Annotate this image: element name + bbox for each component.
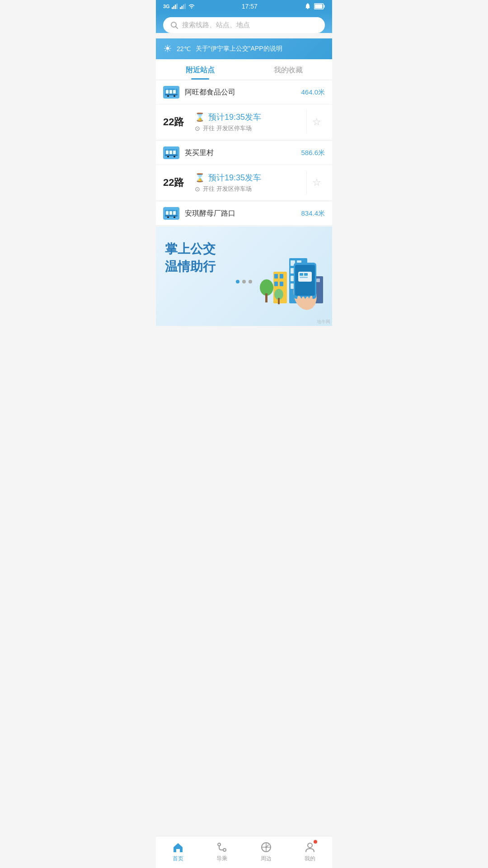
svg-rect-2	[175, 5, 176, 9]
carrier-label: 3G	[163, 4, 170, 9]
dot-2	[242, 280, 246, 283]
svg-rect-26	[169, 151, 172, 154]
notification-icon	[304, 3, 311, 10]
stop-section-1: 阿旺都食品公司 464.0米 22路 ⌛ 预计19:35发车 ⊙ 开往 开发区停…	[156, 80, 332, 140]
svg-rect-46	[280, 282, 283, 286]
svg-rect-10	[324, 5, 324, 8]
route-number-1: 22路	[163, 115, 195, 129]
favorite-button-2[interactable]: ☆	[309, 173, 325, 192]
svg-rect-31	[167, 156, 169, 157]
sun-icon: ☀	[163, 43, 172, 55]
route-row-2: 22路 ⌛ 预计19:35发车 ⊙ 开往 开发区停车场 ☆	[156, 165, 332, 201]
bus-stop-svg-1	[165, 88, 178, 97]
svg-rect-41	[174, 217, 175, 218]
svg-rect-37	[167, 209, 168, 211]
stop-header-1[interactable]: 阿旺都食品公司 464.0米	[156, 80, 332, 104]
route-time-1: 预计19:35发车	[208, 112, 261, 123]
svg-rect-60	[265, 293, 267, 302]
watermark: 地牛网	[317, 319, 330, 325]
search-placeholder: 搜索线路、站点、地点	[182, 21, 318, 29]
hourglass-icon-2: ⌛	[195, 173, 205, 183]
svg-rect-11	[314, 5, 322, 9]
bus-stop-icon-2	[163, 146, 179, 159]
banner-line2: 温情助行	[165, 258, 323, 275]
tab-nearby[interactable]: 附近站点	[156, 59, 244, 80]
status-time: 17:57	[242, 3, 258, 10]
svg-rect-39	[165, 215, 178, 217]
stop-distance-2: 586.6米	[301, 149, 325, 157]
svg-rect-38	[175, 209, 176, 211]
banner-text: 掌上公交 温情助行	[165, 240, 323, 275]
svg-rect-35	[169, 211, 172, 215]
weather-banner: ☀ 22℃ 关于"伊宁掌上公交"APP的说明	[156, 38, 332, 59]
bus-stop-icon-3	[163, 207, 179, 220]
hourglass-icon-1: ⌛	[195, 112, 205, 122]
bus-stop-icon-1	[163, 86, 179, 99]
route-divider-1	[306, 111, 307, 133]
svg-rect-19	[167, 88, 168, 90]
stop-distance-1: 464.0米	[301, 88, 325, 97]
stop-section-3: 安琪酵母厂路口 834.4米	[156, 202, 332, 226]
svg-rect-0	[172, 7, 173, 9]
svg-rect-21	[165, 94, 178, 95]
svg-rect-29	[175, 148, 176, 151]
svg-rect-30	[165, 155, 178, 156]
svg-rect-23	[174, 95, 175, 97]
signal2-icon	[180, 4, 186, 9]
search-bar[interactable]: 搜索线路、站点、地点	[163, 17, 325, 33]
svg-point-59	[260, 279, 273, 296]
banner-area: 掌上公交 温情助行	[156, 226, 332, 326]
battery-icon	[314, 3, 325, 9]
svg-rect-25	[166, 151, 169, 154]
location-button[interactable]	[309, 17, 325, 33]
route-direction-2: ⊙ 开往 开发区停车场	[195, 185, 305, 193]
svg-rect-45	[274, 282, 278, 286]
stop-distance-3: 834.4米	[301, 209, 325, 218]
direction-text-2: 开往 开发区停车场	[203, 185, 252, 193]
route-info-2: ⌛ 预计19:35发车 ⊙ 开往 开发区停车场	[195, 172, 305, 193]
dot-1	[236, 280, 239, 283]
search-icon	[170, 21, 178, 29]
svg-rect-3	[176, 4, 178, 9]
favorite-button-1[interactable]: ☆	[309, 113, 325, 132]
stop-name-2: 英买里村	[185, 148, 301, 158]
svg-rect-8	[307, 8, 308, 9]
weather-notice: 关于"伊宁掌上公交"APP的说明	[196, 45, 282, 53]
svg-rect-58	[316, 278, 320, 282]
svg-rect-5	[181, 6, 183, 9]
svg-rect-62	[278, 298, 280, 304]
status-left: 3G	[163, 4, 195, 9]
svg-rect-4	[180, 7, 181, 9]
stop-header-3[interactable]: 安琪酵母厂路口 834.4米	[156, 202, 332, 226]
svg-rect-7	[184, 4, 186, 9]
direction-arrow-2: ⊙	[195, 185, 200, 193]
svg-rect-28	[167, 148, 168, 151]
tab-favorites[interactable]: 我的收藏	[244, 59, 332, 80]
svg-rect-18	[173, 90, 176, 94]
stop-name-3: 安琪酵母厂路口	[185, 209, 301, 218]
status-bar: 3G 17:57	[156, 0, 332, 13]
signal-icon	[172, 4, 178, 9]
route-divider-2	[306, 171, 307, 194]
route-number-2: 22路	[163, 176, 195, 189]
svg-rect-40	[167, 217, 169, 218]
svg-rect-27	[173, 151, 176, 154]
svg-rect-36	[173, 211, 176, 215]
stop-header-2[interactable]: 英买里村 586.6米	[156, 141, 332, 165]
stop-name-1: 阿旺都食品公司	[185, 88, 301, 97]
banner-line1: 掌上公交	[165, 240, 323, 258]
tab-bar: 附近站点 我的收藏	[156, 59, 332, 80]
svg-rect-32	[174, 156, 175, 157]
svg-rect-20	[175, 88, 176, 90]
svg-rect-34	[166, 211, 169, 215]
route-row-1: 22路 ⌛ 预计19:35发车 ⊙ 开往 开发区停车场 ☆	[156, 104, 332, 140]
direction-arrow-1: ⊙	[195, 125, 200, 132]
svg-rect-22	[167, 95, 169, 97]
route-direction-1: ⊙ 开往 开发区停车场	[195, 124, 305, 132]
header: 搜索线路、站点、地点	[156, 13, 332, 33]
weather-temp: 22℃	[177, 45, 191, 52]
stop-section-2: 英买里村 586.6米 22路 ⌛ 预计19:35发车 ⊙ 开往 开发区停车场 …	[156, 141, 332, 201]
svg-rect-1	[173, 6, 174, 9]
route-info-1: ⌛ 预计19:35发车 ⊙ 开往 开发区停车场	[195, 112, 305, 132]
route-time-row-2: ⌛ 预计19:35发车	[195, 172, 305, 183]
